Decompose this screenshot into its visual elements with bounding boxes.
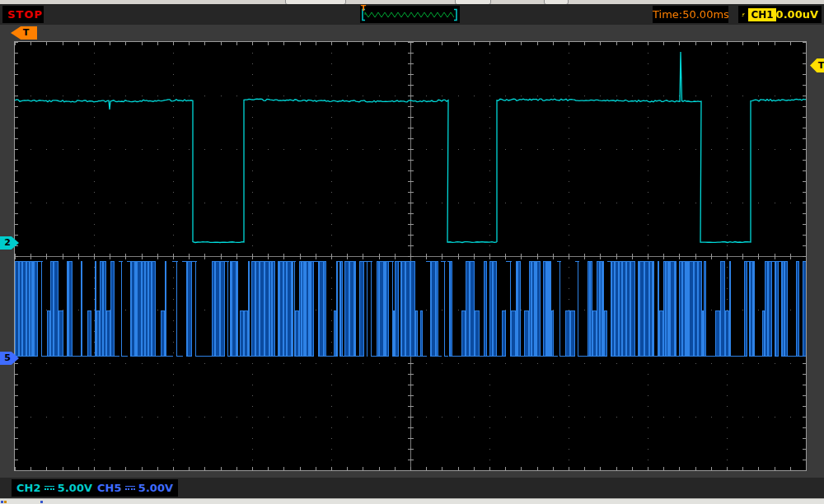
timebase-badge[interactable]: Time:50.00ms: [653, 6, 728, 23]
taskbar-pixel: [4, 501, 7, 503]
waveform-canvas[interactable]: [15, 42, 806, 470]
taskbar-pixel: [40, 501, 43, 503]
preview-trigger-marker[interactable]: T: [361, 4, 366, 12]
top-status-bar: STOP T Time:50.00ms CH1 0.00uV: [0, 4, 824, 25]
ch5-scale-badge[interactable]: CH5 5.00V: [92, 479, 178, 497]
bottom-status-bar: CH2 5.00V CH5 5.00V: [0, 478, 824, 498]
preview-waveform-canvas: [360, 6, 460, 23]
scope-display-area: T T 2 5: [0, 25, 824, 478]
trigger-position-marker[interactable]: T: [11, 26, 37, 40]
ch5-volts-per-div: 5.00V: [138, 479, 173, 497]
trigger-source-chip[interactable]: CH1: [748, 8, 775, 21]
ch2-label: CH2: [16, 479, 40, 497]
graticule[interactable]: [14, 41, 807, 471]
rising-edge-trigger-icon: [742, 8, 745, 21]
ch2-scale-badge[interactable]: CH2 5.00V: [12, 479, 97, 497]
taskbar-strip: [0, 498, 824, 504]
ch2-volts-per-div: 5.00V: [58, 479, 92, 497]
acquisition-status: STOP: [2, 6, 44, 23]
dc-coupling-icon: [125, 483, 133, 492]
trigger-level-value: 0.00uV: [776, 6, 818, 23]
trigger-info-badge[interactable]: CH1 0.00uV: [738, 6, 822, 23]
taskbar-pixel: [1, 501, 3, 503]
trigger-level-marker[interactable]: T: [810, 58, 824, 72]
ch5-label: CH5: [97, 479, 121, 497]
dc-coupling-icon: [44, 483, 53, 492]
oscilloscope-app: STOP T Time:50.00ms CH1 0.00uV T T 2 5 C…: [0, 0, 824, 504]
trigger-position-preview[interactable]: T: [360, 6, 460, 23]
